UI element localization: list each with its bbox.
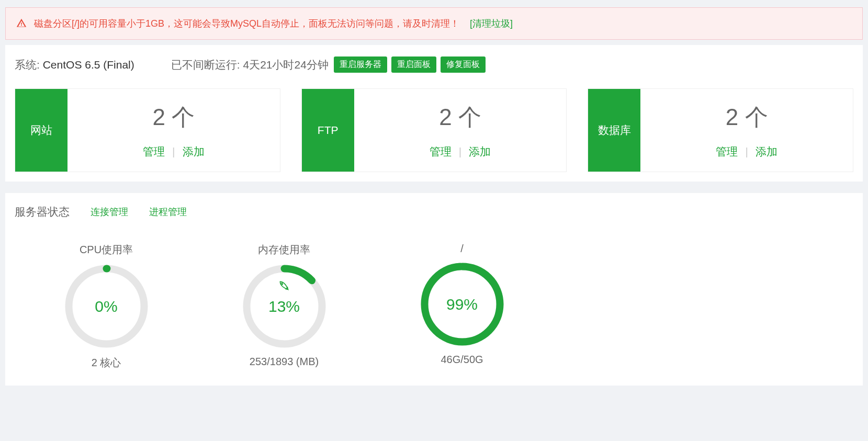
manage-link[interactable]: 管理 bbox=[716, 144, 738, 159]
gauge-circle[interactable]: 13% bbox=[241, 263, 328, 349]
stat-card: 数据库 2 个 管理 | 添加 bbox=[588, 88, 853, 172]
gauge-value: 99% bbox=[419, 261, 505, 347]
separator: | bbox=[172, 145, 175, 158]
usage-gauge: 内存使用率 13% 253/1893 (MB) bbox=[213, 243, 355, 370]
gauge-sub: 2 核心 bbox=[92, 356, 121, 370]
restart-server-button[interactable]: 重启服务器 bbox=[334, 56, 387, 73]
restart-panel-button[interactable]: 重启面板 bbox=[391, 56, 436, 73]
status-title: 服务器状态 bbox=[15, 205, 70, 219]
system-value: CentOS 6.5 (Final) bbox=[43, 59, 134, 71]
process-manage-link[interactable]: 进程管理 bbox=[149, 206, 187, 218]
clean-trash-link[interactable]: [清理垃圾] bbox=[470, 17, 513, 30]
add-link[interactable]: 添加 bbox=[183, 144, 205, 159]
card-side-label[interactable]: FTP bbox=[302, 89, 354, 172]
card-count: 2 个 bbox=[439, 102, 481, 133]
system-label: 系统: CentOS 6.5 (Final) bbox=[15, 58, 134, 72]
card-count: 2 个 bbox=[152, 102, 195, 133]
gauge-sub: 46G/50G bbox=[441, 354, 483, 366]
uptime-block: 已不间断运行: 4天21小时24分钟 重启服务器 重启面板 修复面板 bbox=[171, 56, 486, 73]
gauge-value: 0% bbox=[63, 263, 150, 349]
stat-card: FTP 2 个 管理 | 添加 bbox=[301, 88, 567, 172]
disk-warning-alert: 磁盘分区[/]的可用容量小于1GB，这可能会导致MySQL自动停止，面板无法访问… bbox=[5, 7, 863, 40]
gauge-title: / bbox=[460, 243, 464, 255]
connection-manage-link[interactable]: 连接管理 bbox=[91, 206, 128, 218]
separator: | bbox=[745, 145, 748, 158]
separator: | bbox=[459, 145, 461, 158]
add-link[interactable]: 添加 bbox=[469, 144, 491, 159]
gauge-circle[interactable]: 0% bbox=[63, 263, 150, 349]
alert-message: 磁盘分区[/]的可用容量小于1GB，这可能会导致MySQL自动停止，面板无法访问… bbox=[34, 17, 459, 30]
warning-icon bbox=[16, 18, 27, 30]
repair-panel-button[interactable]: 修复面板 bbox=[441, 56, 486, 73]
uptime-value: 4天21小时24分钟 bbox=[243, 59, 328, 71]
usage-gauge: / 99% 46G/50G bbox=[391, 243, 533, 370]
gauge-title: 内存使用率 bbox=[258, 243, 310, 257]
server-status-panel: 服务器状态 连接管理 进程管理 CPU使用率 0% 2 核心 内存使用率 13%… bbox=[5, 193, 863, 386]
stat-card: 网站 2 个 管理 | 添加 bbox=[15, 88, 280, 172]
gauge-title: CPU使用率 bbox=[80, 243, 133, 257]
gauge-circle[interactable]: 99% bbox=[419, 261, 505, 347]
system-info-panel: 系统: CentOS 6.5 (Final) 已不间断运行: 4天21小时24分… bbox=[5, 45, 863, 182]
usage-gauge: CPU使用率 0% 2 核心 bbox=[36, 243, 177, 370]
manage-link[interactable]: 管理 bbox=[430, 144, 452, 159]
manage-link[interactable]: 管理 bbox=[143, 144, 165, 159]
gauge-sub: 253/1893 (MB) bbox=[250, 356, 319, 368]
add-link[interactable]: 添加 bbox=[756, 144, 777, 159]
gauge-value: 13% bbox=[241, 263, 328, 349]
card-side-label[interactable]: 数据库 bbox=[588, 89, 640, 172]
card-count: 2 个 bbox=[726, 102, 768, 133]
card-side-label[interactable]: 网站 bbox=[15, 89, 67, 172]
